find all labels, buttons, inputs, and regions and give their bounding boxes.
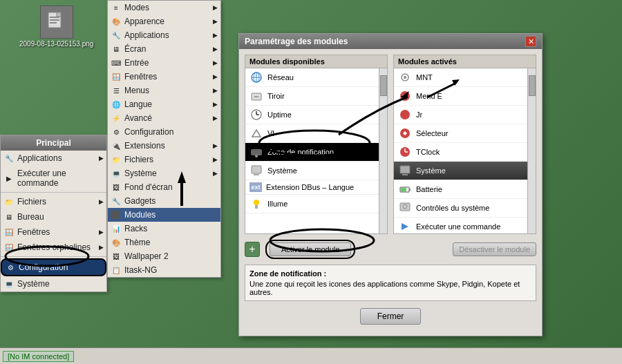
- systeme-icon: 💻: [3, 278, 15, 289]
- available-scrollbar-thumb[interactable]: [380, 75, 387, 96]
- panel-menu-item-systeme[interactable]: 💻 Système: [1, 276, 106, 291]
- zone-notif-icon: [249, 145, 263, 159]
- separator-2: [1, 256, 106, 257]
- module-settings-dialog: Paramétrage des modules ✕ Modules dispon…: [238, 33, 543, 336]
- execute-active-icon: [398, 220, 412, 233]
- systeme-avail-icon: [249, 164, 263, 178]
- ctx-fichiers[interactable]: 📁 Fichiers ▶: [108, 153, 220, 166]
- desktop-icon[interactable]: 2009-08-13-025153.png: [19, 6, 93, 48]
- panel-menu-header: Principal: [1, 135, 106, 151]
- panel-menu-item-configuration[interactable]: ⚙ Configuration: [1, 258, 106, 276]
- svg-rect-30: [400, 166, 410, 173]
- bureau-icon: 🖥: [3, 211, 15, 222]
- add-module-button[interactable]: +: [245, 242, 260, 257]
- arrow-icon-3: ▶: [99, 229, 104, 236]
- ctx-ecran[interactable]: 🖥 Écran ▶: [108, 42, 220, 56]
- systeme-active-icon: [398, 164, 412, 178]
- ctx-fenetres[interactable]: 🪟 Fenêtres ▶: [108, 70, 220, 84]
- module-reseau[interactable]: Réseau: [245, 68, 379, 87]
- available-scrollbar[interactable]: [379, 68, 387, 233]
- modules-icon: [111, 211, 119, 219]
- dialog-close-button[interactable]: ✕: [525, 36, 536, 47]
- module-dbus[interactable]: ext Extension DBus – Langue: [245, 180, 379, 195]
- active-header: Modules activés: [394, 55, 536, 68]
- ctx-avance[interactable]: ⚡ Avancé ▶: [108, 111, 220, 125]
- module-zone-notification[interactable]: Zone de notification: [245, 143, 379, 162]
- gadgets-icon: 🔧: [111, 195, 122, 207]
- panel-menu-item-files[interactable]: 📁 Fichiers ▶: [1, 194, 106, 209]
- active-module-systeme[interactable]: Système: [394, 162, 527, 180]
- active-module-mnt[interactable]: MNT: [394, 68, 527, 87]
- apparence-icon: 🎨: [111, 16, 122, 27]
- ctx-modules[interactable]: Modules: [108, 208, 220, 222]
- ctx-menus[interactable]: ☰ Menus ▶: [108, 84, 220, 97]
- ctx-racks[interactable]: 📊 Racks: [108, 222, 220, 236]
- svg-rect-17: [252, 166, 261, 173]
- active-module-execute[interactable]: Exécuter une commande: [394, 218, 527, 233]
- module-systeme-avail[interactable]: Système: [245, 162, 379, 180]
- active-scrollbar-thumb[interactable]: [529, 75, 536, 96]
- module-tiroir[interactable]: Tiroir: [245, 87, 379, 106]
- ctx-applications[interactable]: 🔧 Applications ▶: [108, 28, 220, 42]
- ctx-wallpaper2[interactable]: 🖼 Wallpaper 2: [108, 249, 220, 263]
- tclock-icon: [398, 145, 412, 159]
- module-uptime[interactable]: Uptime: [245, 106, 379, 124]
- svg-rect-34: [401, 188, 406, 191]
- arrow-icon-4: ▶: [99, 244, 104, 251]
- ctx-fond[interactable]: 🖼 Fond d'écran: [108, 180, 220, 194]
- ctx-langue[interactable]: 🌐 Langue ▶: [108, 97, 220, 111]
- ctx-apparence[interactable]: 🎨 Apparence ▶: [108, 15, 220, 28]
- wallpaper2-icon: 🖼: [111, 251, 122, 262]
- svg-text:E: E: [402, 93, 406, 100]
- context-menu: ≡ Modes ▶ 🎨 Apparence ▶ 🔧 Applications ▶…: [107, 0, 221, 278]
- deactivate-module-button[interactable]: Désactiver le module: [453, 242, 536, 256]
- svg-marker-37: [402, 223, 408, 230]
- ctx-entree[interactable]: ⌨ Entrée ▶: [108, 56, 220, 70]
- racks-icon: 📊: [111, 223, 122, 234]
- panel-menu-item-fenetres[interactable]: 🪟 Fenêtres ▶: [1, 224, 106, 240]
- svg-rect-3: [50, 22, 57, 23]
- active-module-menu-e[interactable]: E Menu E: [394, 87, 527, 106]
- module-vl[interactable]: Vl: [245, 124, 379, 143]
- active-module-jr[interactable]: Jr: [394, 106, 527, 124]
- svg-rect-15: [251, 149, 262, 155]
- dialog-actions: + Activer le module Désactiver le module: [245, 238, 536, 260]
- module-illume[interactable]: Illume: [245, 195, 379, 213]
- langue-icon: 🌐: [111, 99, 122, 110]
- illume-icon: [249, 197, 263, 211]
- panel-menu-item-fenetres-orphelines[interactable]: 🪟 Fenêtres orphelines ▶: [1, 240, 106, 255]
- ctx-itask[interactable]: 📋 Itask-NG: [108, 263, 220, 277]
- arrow-extensions: ▶: [213, 142, 218, 149]
- svg-rect-4: [57, 12, 61, 17]
- ctx-extensions[interactable]: 🔌 Extensions ▶: [108, 139, 220, 153]
- theme-icon: 🎨: [111, 237, 122, 248]
- ctx-configuration[interactable]: ⚙ Configuration: [108, 125, 220, 139]
- dialog-columns: Modules disponibles Réseau: [245, 55, 536, 234]
- fenetres-icon: 🪟: [3, 227, 15, 238]
- active-module-controles[interactable]: Contrôles du système: [394, 199, 527, 218]
- im-status: [No IM connected]: [3, 351, 74, 362]
- panel-menu-item-applications[interactable]: 🔧 Applications ▶: [1, 151, 106, 166]
- modes-icon: ≡: [111, 2, 122, 13]
- arrow-apparence: ▶: [213, 18, 218, 25]
- active-module-selecteur[interactable]: Sélecteur: [394, 124, 527, 143]
- available-modules-panel: Modules disponibles Réseau: [245, 55, 388, 234]
- arrow-apps: ▶: [213, 32, 218, 39]
- panel-menu-item-execute[interactable]: ▶ Exécuter une commande: [1, 166, 106, 191]
- active-modules-list[interactable]: MNT E Menu E: [394, 68, 527, 233]
- ctx-theme[interactable]: 🎨 Thème: [108, 236, 220, 249]
- jr-icon: [398, 108, 412, 122]
- ctx-gadgets[interactable]: 🔧 Gadgets: [108, 194, 220, 208]
- available-modules-list[interactable]: Réseau Tiroir: [245, 68, 379, 233]
- ctx-modes[interactable]: ≡ Modes ▶: [108, 1, 220, 15]
- activate-module-button[interactable]: Activer le module: [270, 242, 351, 256]
- ctx-systeme[interactable]: 💻 Système ▶: [108, 166, 220, 180]
- active-module-batterie[interactable]: Batterie: [394, 180, 527, 199]
- active-module-tclock[interactable]: TClock: [394, 143, 527, 162]
- arrow-icon: ▶: [99, 155, 104, 162]
- close-dialog-button[interactable]: Fermer: [360, 308, 422, 325]
- panel-menu-item-bureau[interactable]: 🖥 Bureau: [1, 209, 106, 224]
- active-scrollbar[interactable]: [527, 68, 536, 233]
- vl-icon: [249, 126, 263, 140]
- arrow-systeme: ▶: [213, 170, 218, 177]
